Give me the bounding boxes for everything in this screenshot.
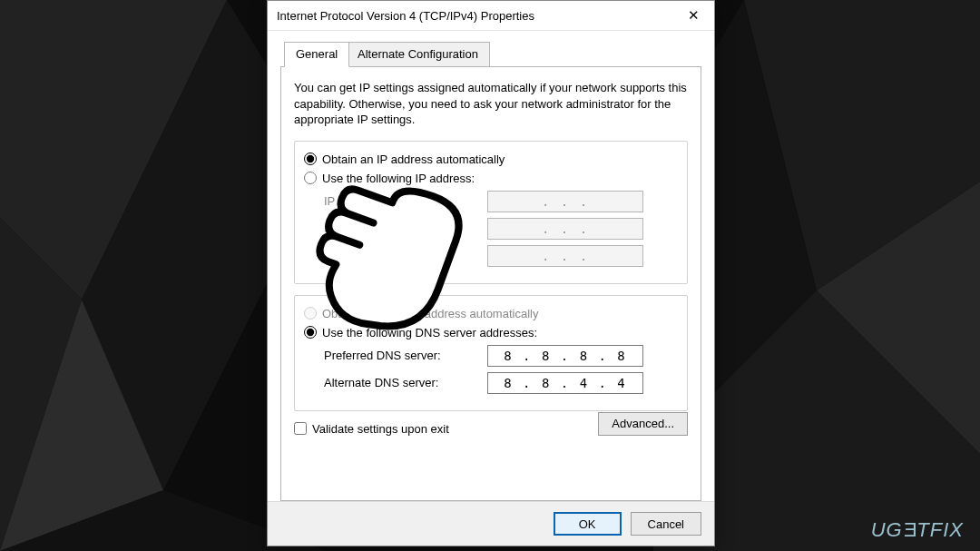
ip-address-group: Obtain an IP address automatically Use t… [294,141,688,284]
radio-use-following-ip[interactable] [304,172,317,184]
label-subnet-mask: Subnet mask: [324,221,487,235]
properties-dialog: Internet Protocol Version 4 (TCP/IPv4) P… [267,0,715,546]
input-ip-address[interactable]: . . . [487,191,643,212]
input-default-gateway[interactable]: . . . [487,245,643,267]
tab-general[interactable]: General [284,42,349,67]
label-obtain-ip-auto: Obtain an IP address automatically [322,153,505,166]
radio-obtain-dns-auto[interactable] [304,307,317,320]
dialog-button-bar: OK Cancel [268,501,714,546]
input-subnet-mask[interactable]: . . . [487,218,643,240]
close-icon[interactable]: ✕ [672,1,714,30]
window-title: Internet Protocol Version 4 (TCP/IPv4) P… [277,9,672,23]
titlebar: Internet Protocol Version 4 (TCP/IPv4) P… [268,1,714,31]
label-validate-on-exit: Validate settings upon exit [312,422,449,436]
intro-text: You can get IP settings assigned automat… [294,80,688,128]
label-alternate-dns: Alternate DNS server: [324,376,487,389]
watermark-text: UGETFIX [871,518,964,542]
input-alternate-dns[interactable]: 8 . 8 . 4 . 4 [487,372,643,394]
radio-use-following-dns[interactable] [304,326,317,339]
cancel-button[interactable]: Cancel [631,512,701,536]
tab-content-general: You can get IP settings assigned automat… [280,67,701,501]
tab-alternate-configuration[interactable]: Alternate Configuration [346,42,490,67]
checkbox-validate-on-exit[interactable] [294,422,307,435]
dns-server-group: Obtain DNS server address automatically … [294,295,688,411]
input-preferred-dns[interactable]: 8 . 8 . 8 . 8 [487,345,643,367]
advanced-button[interactable]: Advanced... [598,412,688,436]
ok-button[interactable]: OK [554,512,622,536]
label-obtain-dns-auto: Obtain DNS server address automatically [322,307,538,320]
label-use-following-dns: Use the following DNS server addresses: [322,326,537,339]
radio-obtain-ip-auto[interactable] [304,153,317,165]
label-use-following-ip: Use the following IP address: [322,172,475,185]
label-default-gateway: Default gateway: [324,249,487,262]
tab-strip: General Alternate Configuration [280,40,701,67]
label-preferred-dns: Preferred DNS server: [324,349,487,362]
label-ip-address: IP address: [324,194,487,208]
